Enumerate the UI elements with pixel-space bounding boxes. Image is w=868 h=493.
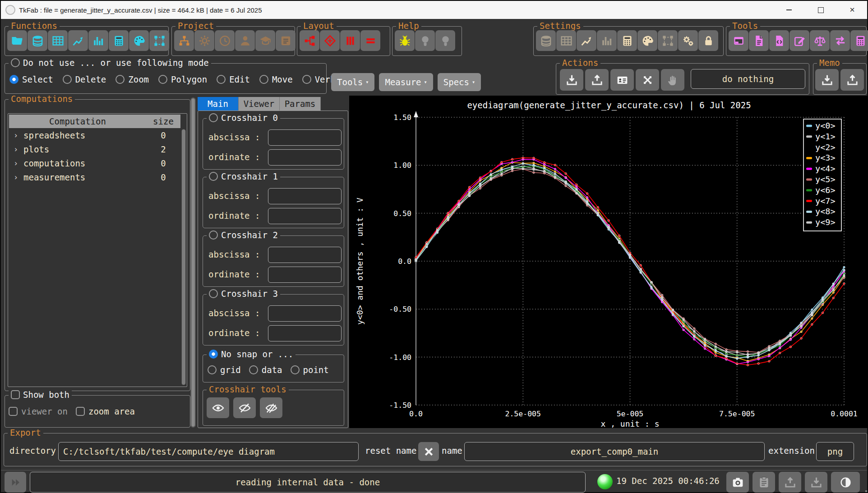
radio-icon[interactable]	[63, 75, 72, 84]
table-button[interactable]	[48, 30, 68, 51]
select-region-button[interactable]	[149, 30, 169, 51]
crosshair-radio[interactable]	[209, 289, 218, 298]
calculator-button[interactable]	[109, 30, 129, 51]
radio-icon[interactable]	[9, 75, 18, 84]
radio-icon[interactable]	[291, 365, 300, 374]
crosshair-radio[interactable]	[209, 113, 218, 122]
expand-chevron-icon[interactable]: ›	[8, 145, 23, 154]
crosshair-option[interactable]: Crosshair 3	[207, 289, 280, 299]
mode-option-select[interactable]: Select	[9, 74, 53, 84]
menu-tools[interactable]: Tools▾	[331, 73, 374, 91]
scales-button[interactable]	[810, 30, 830, 51]
crosshair-panel-scrollbar[interactable]	[190, 97, 196, 428]
abscissa-input[interactable]	[268, 305, 342, 322]
mode-option-move[interactable]: Move	[259, 74, 293, 84]
export-button[interactable]	[805, 472, 827, 493]
tab-viewer[interactable]: Viewer	[239, 97, 280, 111]
snap-option-point[interactable]: point	[291, 365, 329, 375]
user-button[interactable]	[235, 30, 255, 51]
palette-button[interactable]	[129, 30, 149, 51]
tree-button[interactable]	[174, 30, 194, 51]
computations-scrollbar[interactable]	[181, 129, 186, 385]
flow-button[interactable]	[300, 30, 319, 51]
mode-option-edit[interactable]: Edit	[217, 74, 250, 84]
abscissa-input[interactable]	[268, 188, 342, 204]
cross-arrows-button[interactable]	[636, 69, 659, 91]
menu-measure[interactable]: Measure▾	[379, 73, 433, 91]
table-button[interactable]	[556, 30, 576, 51]
radio-icon[interactable]	[302, 75, 311, 84]
crosshair-option[interactable]: Crosshair 2	[207, 230, 280, 240]
mode-option-delete[interactable]: Delete	[63, 74, 106, 84]
document-code-button[interactable]	[769, 30, 789, 51]
ordinate-input[interactable]	[268, 325, 342, 341]
gear-button[interactable]	[194, 30, 214, 51]
name-input[interactable]: export_comp0_main	[464, 442, 765, 461]
swap-arrows-button[interactable]	[830, 30, 850, 51]
run-button[interactable]	[5, 472, 26, 493]
close-button[interactable]: ✕	[840, 1, 865, 19]
radio-icon[interactable]	[208, 365, 217, 374]
export-button[interactable]	[815, 69, 839, 91]
line-chart-button[interactable]	[68, 30, 88, 51]
do-nothing-button[interactable]: do nothing	[691, 69, 805, 89]
document-button[interactable]	[749, 30, 769, 51]
contrast-button[interactable]	[831, 472, 860, 493]
palette-button[interactable]	[637, 30, 657, 51]
do-not-use-radio[interactable]	[11, 58, 20, 67]
note-button[interactable]	[276, 30, 295, 51]
menu-specs[interactable]: Specs▾	[438, 73, 481, 91]
eye-diagram-chart[interactable]: 1.501.000.500.0-0.50-1.00-1.500.02.5e-00…	[349, 96, 868, 428]
radio-icon[interactable]	[115, 75, 125, 84]
mode-option-zoom[interactable]: Zoom	[115, 74, 149, 84]
mode-option-polygon[interactable]: Polygon	[158, 74, 207, 84]
bulb-button[interactable]	[415, 30, 435, 51]
zoom-area-option[interactable]: zoom area	[76, 406, 135, 416]
bar-chart-button[interactable]	[88, 30, 108, 51]
target-button[interactable]	[320, 30, 340, 51]
plot-area[interactable]: 1.501.000.500.0-0.50-1.00-1.500.02.5e-00…	[349, 96, 868, 428]
crosshair-option[interactable]: Crosshair 0	[207, 113, 280, 123]
import-button[interactable]	[779, 472, 801, 493]
hand-pointer-button[interactable]	[661, 69, 684, 91]
crosshair-radio[interactable]	[209, 230, 218, 240]
rows-button[interactable]	[360, 30, 380, 51]
scrollbar-thumb[interactable]	[191, 98, 195, 427]
scrollbar-thumb[interactable]	[182, 129, 185, 385]
eye-button[interactable]	[207, 397, 229, 418]
export-button[interactable]	[560, 69, 583, 91]
tab-params[interactable]: Params	[280, 97, 321, 111]
column-size[interactable]: size	[146, 116, 180, 126]
gears-button[interactable]	[678, 30, 698, 51]
minimize-button[interactable]	[776, 1, 802, 19]
extension-input[interactable]: png	[816, 442, 854, 461]
expand-chevron-icon[interactable]: ›	[8, 131, 23, 140]
window-button[interactable]	[729, 30, 748, 51]
database-button[interactable]	[536, 30, 556, 51]
crosshair-radio[interactable]	[209, 172, 218, 181]
camera-button[interactable]	[726, 472, 749, 493]
calculator-button[interactable]	[850, 30, 868, 51]
bulb-button[interactable]	[435, 30, 455, 51]
clock-button[interactable]	[215, 30, 235, 51]
ordinate-input[interactable]	[268, 267, 342, 283]
snap-option-grid[interactable]: grid	[208, 365, 241, 375]
computation-row-plots[interactable]: ›plots2	[8, 142, 180, 156]
abscissa-input[interactable]	[268, 247, 342, 263]
calculator-button[interactable]	[617, 30, 637, 51]
computation-row-spreadsheets[interactable]: ›spreadsheets0	[8, 128, 180, 142]
expand-chevron-icon[interactable]: ›	[8, 173, 23, 182]
columns-button[interactable]	[340, 30, 360, 51]
database-button[interactable]	[28, 30, 47, 51]
eye-off-button[interactable]	[233, 397, 256, 418]
radio-icon[interactable]	[158, 75, 167, 84]
edit-button[interactable]	[790, 30, 809, 51]
ordinate-input[interactable]	[268, 149, 342, 166]
snap-option-data[interactable]: data	[249, 365, 282, 375]
directory-input[interactable]: C:/tclsoft/tkfab/test/compute/eye diagra…	[58, 442, 359, 461]
radio-icon[interactable]	[217, 75, 226, 84]
resize-grip[interactable]	[860, 488, 865, 493]
abscissa-input[interactable]	[268, 129, 342, 146]
reset-name-button[interactable]	[418, 442, 439, 461]
radio-icon[interactable]	[249, 365, 258, 374]
